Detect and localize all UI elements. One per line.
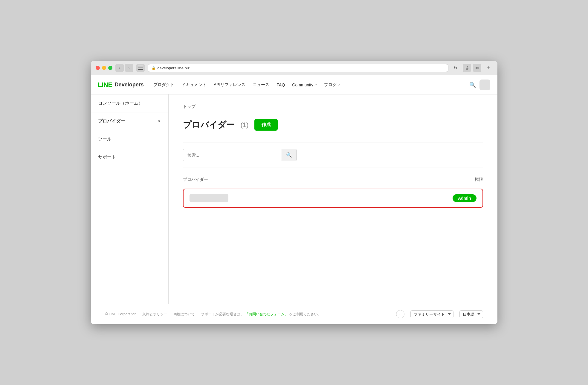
nav-api[interactable]: APIリファレンス [214, 82, 246, 88]
footer-support-text: サポートが必要な場合は、 「お問い合わせフォーム」 をご利用ください。 [201, 312, 321, 317]
sidebar-item-support[interactable]: サポート [91, 148, 168, 166]
external-link-icon: ↗ [314, 83, 317, 87]
sidebar-item-label: サポート [98, 154, 116, 160]
search-input[interactable] [183, 150, 282, 161]
address-bar[interactable]: 🔒 developers.line.biz [148, 64, 448, 72]
create-button[interactable]: 作成 [254, 119, 278, 131]
provider-row[interactable]: Admin [183, 189, 483, 208]
nav-buttons: ‹ › [115, 64, 133, 72]
header-actions: 🔍 [469, 80, 490, 90]
share-button[interactable]: ⎙ [463, 64, 471, 72]
search-area: 🔍 [183, 143, 483, 167]
footer-terms[interactable]: 規約とポリシー [142, 312, 167, 317]
url-text: developers.line.biz [158, 66, 190, 70]
close-button[interactable] [96, 66, 100, 70]
site-footer: © LINE Corporation 規約とポリシー 商標について サポートが必… [91, 304, 497, 324]
site-body: コンソール（ホーム） プロバイダー ▼ ツール サポート トップ プロバイダー [91, 94, 497, 304]
lock-icon: 🔒 [152, 66, 156, 70]
sidebar-item-label: コンソール（ホーム） [98, 100, 143, 106]
nav-news[interactable]: ニュース [253, 82, 269, 88]
sidebar-item-console[interactable]: コンソール（ホーム） [91, 94, 168, 112]
search-box: 🔍 [183, 149, 297, 161]
footer-trademark[interactable]: 商標について [173, 312, 195, 317]
fullscreen-button[interactable]: ⧉ [473, 64, 481, 72]
reload-button[interactable]: ↻ [451, 64, 460, 72]
sidebar-toggle-button[interactable] [136, 64, 145, 72]
nav-blog[interactable]: ブログ ↗ [324, 82, 340, 88]
breadcrumb: トップ [183, 104, 483, 109]
external-link-icon-blog: ↗ [337, 83, 340, 87]
language-select[interactable]: 日本語 [459, 310, 483, 318]
admin-badge: Admin [453, 194, 476, 202]
logo-line: LINE [98, 81, 112, 89]
main-nav: プロダクト ドキュメント APIリファレンス ニュース FAQ Communit… [153, 82, 460, 88]
sidebar: コンソール（ホーム） プロバイダー ▼ ツール サポート [91, 94, 169, 304]
minimize-button[interactable] [102, 66, 106, 70]
sidebar-item-provider[interactable]: プロバイダー ▼ [91, 112, 168, 130]
logo-area: LINE Developers [98, 81, 144, 89]
col-permission-label: 権限 [475, 177, 483, 182]
sidebar-item-label: プロバイダー [98, 118, 125, 124]
page-title: プロバイダー [183, 119, 235, 131]
nav-products[interactable]: プロダクト [153, 82, 174, 88]
browser-window: ‹ › 🔒 developers.line.biz ↻ ⎙ ⧉ + LINE D… [91, 61, 497, 324]
footer-form-link[interactable]: 「お問い合わせフォーム」 [245, 312, 288, 316]
browser-actions: ⎙ ⧉ [463, 64, 481, 72]
back-button[interactable]: ‹ [115, 64, 124, 72]
nav-faq[interactable]: FAQ [277, 82, 285, 87]
maximize-button[interactable] [108, 66, 112, 70]
family-site-select[interactable]: ファミリーサイト [410, 310, 453, 318]
table-header: プロバイダー 権限 [183, 173, 483, 186]
site-header: LINE Developers プロダクト ドキュメント APIリファレンス ニ… [91, 75, 497, 94]
provider-count: (1) [241, 121, 249, 129]
sidebar-item-label: ツール [98, 136, 112, 142]
page-heading-row: プロバイダー (1) 作成 [183, 119, 483, 131]
browser-chrome: ‹ › 🔒 developers.line.biz ↻ ⎙ ⧉ + [91, 61, 497, 75]
site-wrapper: LINE Developers プロダクト ドキュメント APIリファレンス ニ… [91, 75, 497, 324]
search-submit-button[interactable]: 🔍 [282, 149, 296, 161]
footer-plus-button[interactable]: + [396, 310, 404, 318]
logo-developers: Developers [115, 82, 144, 88]
chevron-down-icon: ▼ [158, 119, 161, 123]
main-content: トップ プロバイダー (1) 作成 🔍 プロバイダー 権限 [169, 94, 497, 304]
search-button[interactable]: 🔍 [469, 82, 476, 88]
svg-rect-2 [138, 69, 143, 70]
provider-name-placeholder [190, 194, 228, 202]
nav-community[interactable]: Community ↗ [292, 82, 317, 87]
svg-rect-1 [138, 68, 143, 68]
svg-rect-0 [138, 66, 143, 66]
forward-button[interactable]: › [125, 64, 133, 72]
avatar[interactable] [479, 80, 490, 90]
new-tab-button[interactable]: + [484, 64, 493, 72]
traffic-lights [96, 66, 112, 70]
sidebar-item-tools[interactable]: ツール [91, 130, 168, 148]
col-provider-label: プロバイダー [183, 177, 208, 182]
nav-docs[interactable]: ドキュメント [181, 82, 207, 88]
footer-copyright: © LINE Corporation [105, 312, 137, 316]
